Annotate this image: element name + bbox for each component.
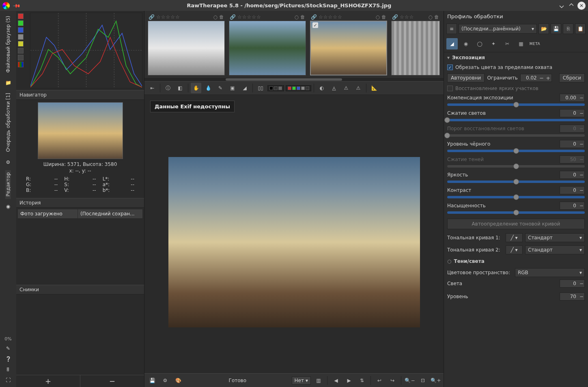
- tab-exposure-icon[interactable]: ◢: [446, 38, 458, 49]
- link-icon[interactable]: 🔗: [149, 14, 155, 20]
- crop-tool-icon[interactable]: ▣: [227, 83, 238, 93]
- profile-mode-icon[interactable]: ≡: [446, 24, 457, 34]
- slider-track[interactable]: [447, 119, 585, 121]
- slider-track[interactable]: [447, 103, 585, 106]
- maximize-button[interactable]: [568, 2, 575, 9]
- reset-button[interactable]: Сброси: [559, 73, 585, 82]
- autolevels-button[interactable]: Автоуровни: [447, 73, 485, 82]
- tab-advanced-icon[interactable]: ✦: [488, 38, 499, 49]
- link-icon[interactable]: 🔗: [392, 14, 398, 20]
- slider-value[interactable]: 0−: [560, 125, 585, 133]
- trash-icon[interactable]: 🗑: [381, 14, 386, 20]
- tab-file-browser[interactable]: Файловый браузер (5): [5, 13, 11, 75]
- label-swatch[interactable]: [288, 86, 291, 90]
- rating-stars[interactable]: ☆☆☆☆☆: [319, 14, 342, 20]
- sync-icon[interactable]: ⇅: [357, 375, 367, 386]
- slider-track[interactable]: [447, 165, 585, 168]
- minimize-button[interactable]: [558, 2, 565, 9]
- snapshot-add-button[interactable]: +: [16, 375, 80, 387]
- slider-track[interactable]: [447, 134, 585, 137]
- nav-forward-icon[interactable]: ↪: [387, 375, 398, 386]
- straighten-tool-icon[interactable]: ◢: [239, 83, 250, 93]
- monitor-profile-select[interactable]: Нет▾: [292, 376, 311, 385]
- profile-select[interactable]: (Последни...ранённый)▾: [459, 24, 537, 34]
- aperture-icon[interactable]: ◉: [4, 203, 12, 210]
- trash-icon[interactable]: 🗑: [434, 14, 439, 20]
- tone-curve-1-type[interactable]: ╱ ▾: [506, 233, 523, 242]
- tab-raw-icon[interactable]: ▦: [515, 38, 527, 49]
- filmstrip-item[interactable]: 🔗☆☆☆☆☆○🗑: [148, 13, 225, 75]
- nav-back-icon[interactable]: ↩: [374, 375, 385, 386]
- fullscreen-icon[interactable]: ⛶: [4, 376, 12, 384]
- hist-green-toggle[interactable]: [18, 20, 24, 26]
- slider-track[interactable]: [447, 150, 585, 152]
- circle-icon[interactable]: ○: [213, 14, 218, 20]
- rotate-icon[interactable]: 📐: [369, 83, 379, 93]
- tab-color-icon[interactable]: ◯: [474, 38, 485, 49]
- slider-value[interactable]: 0−: [560, 186, 585, 194]
- slider-track[interactable]: [447, 211, 585, 214]
- clip-checkbox[interactable]: ✓: [447, 64, 453, 70]
- arrow-left-icon[interactable]: ⇤: [147, 83, 157, 93]
- gamut-icon[interactable]: ◬: [329, 83, 339, 93]
- label-swatch[interactable]: [306, 86, 309, 90]
- highlight-recovery-checkbox[interactable]: ✓: [447, 86, 453, 91]
- label-swatch[interactable]: [292, 86, 296, 90]
- filmstrip[interactable]: 🔗☆☆☆☆☆○🗑 🔗☆☆☆☆☆○🗑 🔗☆☆☆☆☆○🗑 🔗☆☆☆○🗑: [144, 11, 444, 78]
- zoom-in-icon[interactable]: 🔍+: [431, 375, 441, 386]
- tone-curve-2-mode[interactable]: Стандарт▾: [525, 245, 585, 254]
- filmstrip-item[interactable]: 🔗☆☆☆☆☆○🗑: [310, 13, 387, 75]
- slider-value[interactable]: 0−: [560, 202, 585, 210]
- bg-swatch[interactable]: [274, 86, 278, 90]
- hist-chroma-toggle[interactable]: [18, 41, 24, 47]
- external-editor-icon[interactable]: 🎨: [173, 375, 183, 386]
- clipping-toggle-icon[interactable]: ▯▯: [255, 83, 266, 93]
- slider-value[interactable]: 50−: [560, 155, 585, 163]
- rating-stars[interactable]: ☆☆☆☆☆: [156, 14, 180, 20]
- focus-mask-icon[interactable]: ⚠: [353, 83, 364, 93]
- history-list[interactable]: Фото загружено (Последний сохран...: [16, 208, 144, 285]
- close-button[interactable]: ✕: [577, 2, 586, 10]
- edit-icon[interactable]: ✎: [4, 345, 12, 352]
- colorspace-select[interactable]: RGB▾: [515, 268, 585, 277]
- tab-metadata-icon[interactable]: META: [529, 38, 541, 49]
- circle-icon[interactable]: ○: [295, 14, 299, 20]
- queue-add-icon[interactable]: ⚙: [160, 375, 170, 386]
- link-icon[interactable]: 🔗: [311, 14, 317, 20]
- tab-detail-icon[interactable]: ◉: [460, 38, 472, 49]
- rating-stars[interactable]: ☆☆☆: [400, 14, 414, 20]
- filmstrip-scrollbar[interactable]: [144, 78, 444, 81]
- label-swatch[interactable]: [301, 86, 305, 90]
- nav-prev-icon[interactable]: ◀: [331, 375, 341, 386]
- filmstrip-item[interactable]: 🔗☆☆☆☆☆○🗑: [229, 13, 306, 75]
- sharpening-contrast-icon[interactable]: ⚠: [341, 83, 351, 93]
- trash-icon[interactable]: 🗑: [300, 14, 305, 20]
- trash-icon[interactable]: 🗑: [219, 14, 224, 20]
- nav-next-icon[interactable]: ▶: [344, 375, 354, 386]
- slider-value[interactable]: 0−: [560, 171, 585, 179]
- zoom-fit-icon[interactable]: ⊡: [418, 375, 428, 386]
- pin-icon[interactable]: 📌: [11, 0, 22, 11]
- history-row[interactable]: Фото загружено (Последний сохран...: [18, 209, 142, 218]
- folder-icon[interactable]: 📁: [4, 79, 12, 86]
- navigator-thumbnail[interactable]: [38, 102, 123, 159]
- before-after-icon[interactable]: ◧: [175, 83, 185, 93]
- profile-load-icon[interactable]: 📂: [538, 24, 549, 34]
- slider-track[interactable]: [447, 181, 585, 183]
- tab-editor[interactable]: Редактор: [5, 170, 11, 199]
- tab-queue[interactable]: Очередь обработки [1]: [5, 90, 11, 154]
- preferences-icon[interactable]: 🎚: [4, 366, 12, 373]
- hist-red-toggle[interactable]: [18, 13, 24, 19]
- hist-luma-toggle[interactable]: [18, 34, 24, 40]
- slider-value[interactable]: 0.00−: [560, 94, 585, 102]
- color-picker-icon[interactable]: ✎: [215, 83, 226, 93]
- slider-value[interactable]: 0−: [560, 109, 585, 117]
- bg-swatch[interactable]: [278, 86, 282, 90]
- profile-paste-icon[interactable]: 📋: [575, 24, 586, 34]
- filmstrip-item[interactable]: 🔗☆☆☆○🗑: [391, 13, 440, 75]
- hist-raw-toggle[interactable]: [18, 48, 24, 54]
- gamut-warning-icon[interactable]: ▥: [313, 375, 324, 386]
- highlights-value[interactable]: 0−: [560, 280, 585, 288]
- hist-blue-toggle[interactable]: [18, 27, 24, 33]
- save-icon[interactable]: 💾: [147, 375, 157, 386]
